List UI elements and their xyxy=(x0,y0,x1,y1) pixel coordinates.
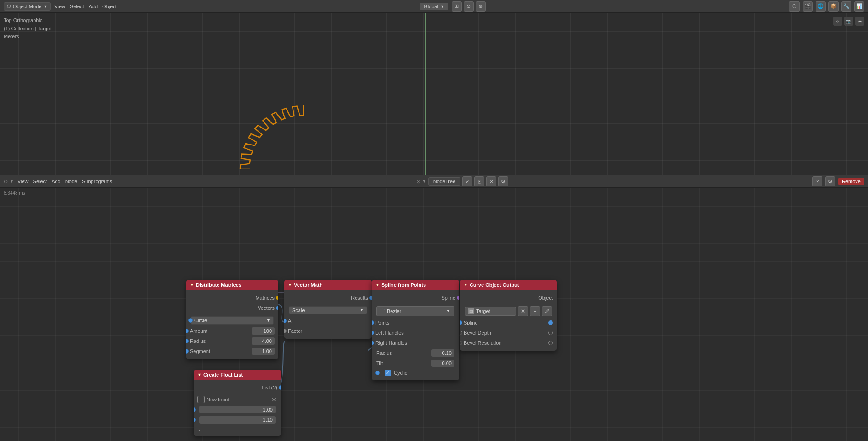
sfp-radius-value[interactable]: 0.10 xyxy=(431,349,454,357)
bezier-dropdown[interactable]: ⌒ Bezier ▼ xyxy=(376,306,454,316)
vectors-output-label: Vectors xyxy=(190,305,275,311)
list-output-label: List (2) xyxy=(197,385,277,390)
scene-icon[interactable]: 🎬 xyxy=(803,1,813,12)
menu-add[interactable]: Add xyxy=(89,4,98,9)
vector-math-node: ▼ Vector Math Results Scale ▼ A xyxy=(284,280,372,339)
remove-button[interactable]: Remove xyxy=(838,178,864,185)
node-menu-subprograms[interactable]: Subprograms xyxy=(82,179,112,184)
target-remove-btn[interactable]: ✕ xyxy=(518,306,528,316)
new-input-close-btn[interactable]: ✕ xyxy=(270,396,277,403)
data-icon[interactable]: 📊 xyxy=(854,1,864,12)
vector-math-title: Vector Math xyxy=(294,282,322,288)
spline-output-socket[interactable] xyxy=(457,296,459,300)
target-eyedropper-btn[interactable]: 🖉 xyxy=(542,306,552,316)
float-value1-row: 1.00 xyxy=(194,405,281,415)
radius-socket[interactable] xyxy=(186,339,189,343)
bevel-depth-socket[interactable] xyxy=(460,331,462,335)
new-input-btn[interactable]: + New Input xyxy=(197,396,268,403)
nodetree-label: NodeTree xyxy=(433,179,456,184)
light-icon[interactable]: ☀ xyxy=(855,17,864,26)
right-handles-socket[interactable] xyxy=(372,341,374,345)
coo-spline-socket[interactable] xyxy=(460,320,462,325)
mode-selector[interactable]: ⬡ Object Mode ▼ xyxy=(4,2,51,11)
cfl-collapse[interactable]: ▼ xyxy=(197,372,201,377)
amount-value[interactable]: 100 xyxy=(252,327,275,335)
curve-object-output-node: ▼ Curve Object Output Object ▤ Target ✕ … xyxy=(460,280,557,351)
bevel-resolution-row: Bevel Resolution xyxy=(460,338,557,348)
sfp-collapse[interactable]: ▼ xyxy=(375,283,379,287)
global-selector[interactable]: Global ▼ xyxy=(420,3,448,10)
right-handles-row: Right Handles xyxy=(372,338,459,348)
node-menu-node[interactable]: Node xyxy=(65,179,77,184)
nodetree-icon4[interactable]: ⚙ xyxy=(498,176,508,186)
perspective-icon[interactable]: ⊹ xyxy=(833,17,842,26)
list-output-socket[interactable] xyxy=(279,385,281,390)
top-toolbar: ⬡ Object Mode ▼ View Select Add Object G… xyxy=(0,0,868,13)
bevel-resolution-right-dot xyxy=(548,341,553,345)
float-val1-socket[interactable] xyxy=(194,407,196,412)
world-icon[interactable]: 🌐 xyxy=(816,1,826,12)
target-add-btn[interactable]: + xyxy=(530,306,540,316)
coo-collapse[interactable]: ▼ xyxy=(464,283,468,287)
proportional-icon[interactable]: ⊙ xyxy=(464,1,474,12)
bezier-icon: ⌒ xyxy=(380,308,385,314)
viewport[interactable]: Top Orthographic (1) Collection | Target… xyxy=(0,13,868,175)
snap-icon[interactable]: ⊞ xyxy=(452,1,462,12)
float-value2[interactable]: 1.10 xyxy=(199,416,276,424)
vm-factor-socket[interactable] xyxy=(284,329,287,333)
vector-math-collapse[interactable]: ▼ xyxy=(288,283,292,287)
points-socket[interactable] xyxy=(372,320,374,325)
cyclic-socket[interactable] xyxy=(375,371,380,375)
modifier-icon[interactable]: 🔧 xyxy=(841,1,851,12)
vectors-output-socket[interactable] xyxy=(276,306,278,310)
nodetree-icon1[interactable]: ✓ xyxy=(462,176,472,186)
overlay-icon[interactable]: ⊛ xyxy=(476,1,486,12)
menu-object[interactable]: Object xyxy=(102,4,117,9)
amount-socket[interactable] xyxy=(186,329,189,333)
menu-select[interactable]: Select xyxy=(70,4,84,9)
vm-dropdown[interactable]: Scale ▼ xyxy=(289,306,367,314)
distribute-matrices-node: ▼ Distribute Matrices Matrices Vectors C… xyxy=(186,280,278,359)
radius-value[interactable]: 4.00 xyxy=(252,337,275,345)
distribute-matrices-title: Distribute Matrices xyxy=(196,282,241,288)
vm-dropdown-value: Scale xyxy=(292,308,305,313)
matrices-output-label: Matrices xyxy=(190,295,275,301)
sfp-tilt-value[interactable]: 0.00 xyxy=(431,360,454,367)
matrices-output-socket[interactable] xyxy=(276,296,278,300)
cyclic-checkbox[interactable]: ✓ xyxy=(385,370,391,376)
bevel-resolution-socket[interactable] xyxy=(460,341,462,345)
shape-dropdown[interactable]: Circle ▼ xyxy=(191,316,274,325)
node-canvas[interactable]: 8.3448 ms ▼ Distribute Matrices Matrices… xyxy=(0,188,868,441)
target-field[interactable]: ▤ Target xyxy=(465,307,516,316)
nodetree-icon3[interactable]: ✕ xyxy=(486,176,496,186)
target-value: Target xyxy=(476,308,490,314)
segment-socket[interactable] xyxy=(186,349,189,354)
toolbar-icons: ⊞ ⊙ ⊛ xyxy=(452,1,486,12)
node-menu-select[interactable]: Select xyxy=(33,179,47,184)
left-handles-socket[interactable] xyxy=(372,331,374,335)
nodetree-selector[interactable]: NodeTree xyxy=(428,177,461,186)
object-icon[interactable]: 📦 xyxy=(828,1,839,12)
nodetree-icon2[interactable]: ⎘ xyxy=(474,176,484,186)
float-value1[interactable]: 1.00 xyxy=(199,406,276,413)
help-icon[interactable]: ? xyxy=(812,176,822,186)
more-indicator[interactable]: ... xyxy=(194,425,281,433)
top-menu: View Select Add Object xyxy=(54,4,117,9)
settings-icon[interactable]: ⚙ xyxy=(825,176,835,186)
camera-icon[interactable]: 📷 xyxy=(844,17,853,26)
vectors-output-row: Vectors xyxy=(186,303,278,313)
axis-horizontal xyxy=(0,94,868,94)
segment-value[interactable]: 1.00 xyxy=(252,348,275,355)
float-val2-socket[interactable] xyxy=(194,418,196,422)
node-menu-view[interactable]: View xyxy=(17,179,29,184)
menu-view[interactable]: View xyxy=(54,4,65,9)
spline-from-points-header: ▼ Spline from Points xyxy=(372,280,459,290)
node-menu-add[interactable]: Add xyxy=(52,179,61,184)
vm-factor-label: Factor xyxy=(288,328,368,334)
collapse-icon[interactable]: ▼ xyxy=(190,283,194,287)
distribute-matrices-header: ▼ Distribute Matrices xyxy=(186,280,278,290)
render-icon[interactable]: ⬡ xyxy=(789,1,800,12)
shape-input-socket[interactable] xyxy=(188,318,193,323)
shape-dropdown-arrow: ▼ xyxy=(266,318,270,323)
vm-a-socket[interactable] xyxy=(284,319,287,323)
